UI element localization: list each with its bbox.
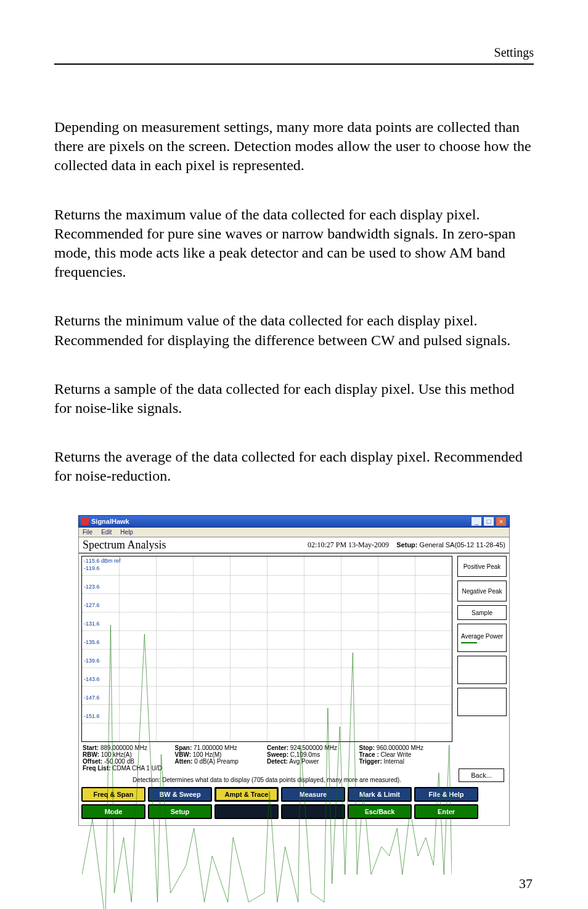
sample-button[interactable]: Sample (457, 605, 507, 620)
app-title: SignalHawk (91, 518, 129, 525)
setup-label: Setup: (396, 541, 417, 548)
back-button[interactable]: Back... (459, 768, 504, 782)
selected-mark-icon (461, 642, 477, 643)
setup-value: General SA(05-12 11-28-45) (420, 541, 505, 548)
side-blank-1[interactable] (457, 656, 507, 684)
para-intro: Depending on measurement settings, many … (54, 118, 534, 176)
mode-status: 02:10:27 PM 13-May-2009 Setup: General S… (308, 540, 505, 550)
window-close-button[interactable]: × (496, 516, 507, 526)
menu-edit[interactable]: Edit (101, 529, 112, 536)
app-window: SignalHawk _ □ × File Edit Help Spectrum… (78, 515, 510, 826)
menu-file[interactable]: File (83, 529, 92, 536)
average-power-label: Average Power (461, 633, 503, 640)
para-positive-peak: Returns the maximum value of the data co… (54, 205, 534, 282)
header-rule (54, 63, 534, 65)
para-sample: Returns a sample of the data collected f… (54, 380, 534, 418)
app-icon (81, 518, 89, 525)
window-maximize-button[interactable]: □ (483, 516, 494, 526)
average-power-button[interactable]: Average Power (457, 624, 507, 652)
mode-title: Spectrum Analysis (83, 539, 166, 552)
header-section: Settings (54, 46, 534, 63)
window-minimize-button[interactable]: _ (471, 516, 482, 526)
negative-peak-button[interactable]: Negative Peak (457, 581, 507, 601)
menubar: File Edit Help (78, 528, 510, 537)
timestamp: 02:10:27 PM 13-May-2009 (308, 540, 389, 549)
positive-peak-button[interactable]: Positive Peak (457, 556, 507, 577)
para-average: Returns the average of the data collecte… (54, 447, 534, 486)
side-blank-2[interactable] (457, 688, 507, 716)
page-number: 37 (519, 876, 533, 892)
spectrum-plot: -115.6 dBm ref -119.6 -123.6 -127.6 -131… (81, 556, 452, 742)
menu-help[interactable]: Help (120, 529, 133, 536)
spectrum-trace (82, 556, 452, 909)
para-negative-peak: Returns the minimum value of the data co… (54, 311, 534, 349)
titlebar[interactable]: SignalHawk _ □ × (78, 515, 510, 528)
